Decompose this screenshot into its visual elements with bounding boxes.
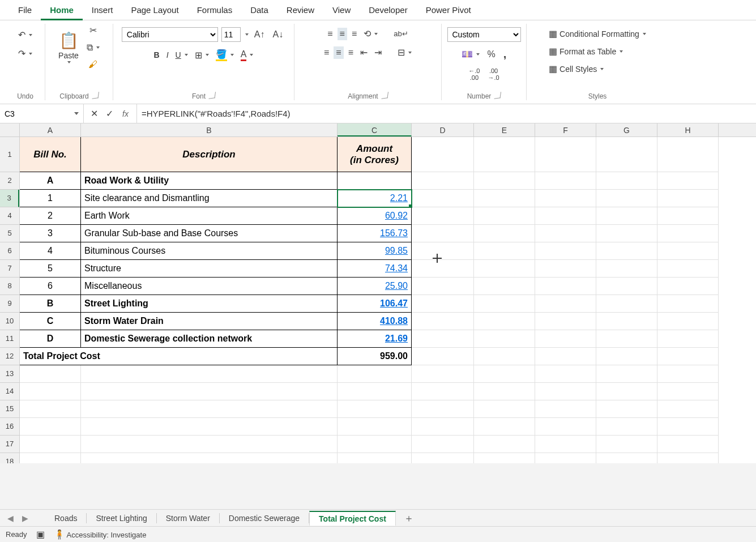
fx-icon[interactable]: fx <box>119 109 132 118</box>
cell-G7[interactable] <box>596 260 657 278</box>
cell-D10[interactable] <box>412 313 474 330</box>
cell-G14[interactable] <box>596 383 657 400</box>
cell-A13[interactable] <box>20 365 81 383</box>
col-header-B[interactable]: B <box>81 123 338 136</box>
cell-G16[interactable] <box>596 418 657 436</box>
comma-button[interactable]: , <box>501 46 509 62</box>
cell-F16[interactable] <box>535 418 596 436</box>
font-name-select[interactable]: Calibri <box>122 27 218 42</box>
row-header-14[interactable]: 14 <box>0 383 19 400</box>
fill-color-button[interactable]: 🪣 <box>213 48 236 62</box>
cell-G5[interactable] <box>596 225 657 242</box>
cell-A18[interactable] <box>20 453 81 463</box>
clipboard-launcher[interactable] <box>92 92 99 99</box>
row-header-9[interactable]: 9 <box>0 295 19 313</box>
undo-button[interactable]: ↶ <box>16 28 35 41</box>
cell-B8[interactable]: Miscellaneous <box>81 278 338 295</box>
cell-D5[interactable] <box>412 225 474 242</box>
italic-button[interactable]: I <box>164 49 171 61</box>
row-header-13[interactable]: 13 <box>0 365 19 383</box>
cell-E6[interactable] <box>474 242 535 260</box>
tab-page-layout[interactable]: Page Layout <box>122 0 187 20</box>
cell-H18[interactable] <box>657 453 719 463</box>
cell-G10[interactable] <box>596 313 657 330</box>
cell-H6[interactable] <box>657 242 719 260</box>
row-header-11[interactable]: 11 <box>0 330 19 348</box>
cell-B13[interactable] <box>81 365 338 383</box>
cell-H12[interactable] <box>657 348 719 365</box>
row-header-10[interactable]: 10 <box>0 313 19 330</box>
increase-font-button[interactable]: A↑ <box>252 28 267 41</box>
cell-A8[interactable]: 6 <box>20 278 81 295</box>
align-bottom-button[interactable]: ≡ <box>349 28 359 40</box>
cell-H15[interactable] <box>657 400 719 418</box>
cell-C9[interactable]: 106.47 <box>338 295 412 313</box>
row-header-5[interactable]: 5 <box>0 225 19 242</box>
font-color-button[interactable]: A <box>238 48 256 62</box>
cell-H3[interactable] <box>657 190 719 207</box>
cell-D12[interactable] <box>412 348 474 365</box>
cell-B15[interactable] <box>81 400 338 418</box>
cell-D15[interactable] <box>412 400 474 418</box>
tab-insert[interactable]: Insert <box>83 0 122 20</box>
tab-view[interactable]: View <box>323 0 360 20</box>
cell-A1[interactable]: Bill No. <box>20 137 81 172</box>
cell-D17[interactable] <box>412 436 474 453</box>
cell-B5[interactable]: Granular Sub-base and Base Courses <box>81 225 338 242</box>
cell-D11[interactable] <box>412 330 474 348</box>
format-as-table-button[interactable]: ▦ Format as Table <box>546 45 625 58</box>
cell-B9[interactable]: Street Lighting <box>81 295 338 313</box>
conditional-formatting-button[interactable]: ▦ Conditional Formatting <box>546 27 648 40</box>
cell-E7[interactable] <box>474 260 535 278</box>
cell-B7[interactable]: Structure <box>81 260 338 278</box>
tab-formulas[interactable]: Formulas <box>188 0 242 20</box>
cell-E16[interactable] <box>474 418 535 436</box>
cell-G9[interactable] <box>596 295 657 313</box>
cell-B17[interactable] <box>81 436 338 453</box>
underline-button[interactable]: U <box>173 49 190 61</box>
cell-F3[interactable] <box>535 190 596 207</box>
cell-H13[interactable] <box>657 365 719 383</box>
cell-C8[interactable]: 25.90 <box>338 278 412 295</box>
cell-B6[interactable]: Bituminous Courses <box>81 242 338 260</box>
paste-button[interactable]: 📋 Paste <box>56 30 81 65</box>
worksheet-grid[interactable]: ABCDEFGH 123456789101112131415161718 Bil… <box>0 123 756 463</box>
cell-H5[interactable] <box>657 225 719 242</box>
cell-F9[interactable] <box>535 295 596 313</box>
cell-F8[interactable] <box>535 278 596 295</box>
col-header-D[interactable]: D <box>412 123 474 136</box>
cell-D13[interactable] <box>412 365 474 383</box>
cell-G13[interactable] <box>596 365 657 383</box>
cell-E14[interactable] <box>474 383 535 400</box>
col-header-H[interactable]: H <box>657 123 719 136</box>
row-header-12[interactable]: 12 <box>0 348 19 365</box>
cell-A6[interactable]: 4 <box>20 242 81 260</box>
cell-B3[interactable]: Site clearance and Dismantling <box>81 190 338 207</box>
cell-B4[interactable]: Earth Work <box>81 207 338 225</box>
cell-F10[interactable] <box>535 313 596 330</box>
row-header-2[interactable]: 2 <box>0 172 19 190</box>
cell-E8[interactable] <box>474 278 535 295</box>
row-header-6[interactable]: 6 <box>0 242 19 260</box>
col-header-C[interactable]: C <box>338 123 412 136</box>
cell-A14[interactable] <box>20 383 81 400</box>
row-header-8[interactable]: 8 <box>0 278 19 295</box>
row-header-4[interactable]: 4 <box>0 207 19 225</box>
alignment-launcher[interactable] <box>381 92 388 99</box>
cell-G15[interactable] <box>596 400 657 418</box>
cell-E2[interactable] <box>474 172 535 190</box>
align-right-button[interactable]: ≡ <box>346 46 356 59</box>
tab-developer[interactable]: Developer <box>360 0 416 20</box>
cell-C18[interactable] <box>338 453 412 463</box>
accounting-format-button[interactable]: 💷 <box>459 48 482 61</box>
cell-G11[interactable] <box>596 330 657 348</box>
decrease-decimal-button[interactable]: .00→.0 <box>486 66 502 82</box>
cell-C17[interactable] <box>338 436 412 453</box>
cell-F7[interactable] <box>535 260 596 278</box>
cut-button[interactable]: ✂ <box>87 24 99 37</box>
cell-H4[interactable] <box>657 207 719 225</box>
cell-F14[interactable] <box>535 383 596 400</box>
col-header-G[interactable]: G <box>596 123 657 136</box>
cell-A15[interactable] <box>20 400 81 418</box>
cell-B14[interactable] <box>81 383 338 400</box>
